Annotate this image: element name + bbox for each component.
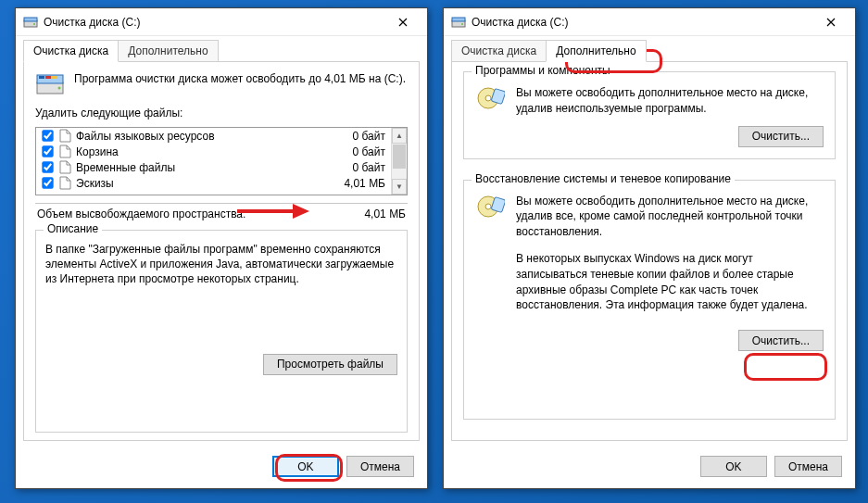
list-item[interactable]: Корзина0 байт [36, 144, 391, 159]
svg-rect-7 [45, 76, 51, 79]
close-button[interactable] [384, 9, 421, 35]
file-icon [59, 145, 71, 158]
cancel-button[interactable]: Отмена [774, 456, 842, 477]
restore-text-1: Вы можете освободить дополнительное мест… [516, 194, 824, 240]
window-title: Очистка диска (C:) [472, 16, 812, 29]
titlebar: Очистка диска (C:) [444, 8, 855, 36]
programs-icon [475, 85, 505, 111]
intro-text: Программа очистки диска может освободить… [74, 71, 406, 86]
file-icon [59, 160, 71, 174]
restore-legend: Восстановление системы и теневое копиров… [472, 172, 735, 185]
description-text: В папке "Загруженные файлы программ" вре… [45, 242, 397, 287]
file-name: Корзина [76, 145, 322, 158]
svg-point-2 [33, 23, 35, 25]
tab-advanced[interactable]: Дополнительно [546, 40, 646, 62]
drive-icon [23, 15, 38, 30]
file-checkbox[interactable] [42, 145, 53, 157]
tab-strip: Очистка диска Дополнительно [16, 36, 427, 61]
tab-cleanup[interactable]: Очистка диска [23, 40, 119, 62]
cancel-button[interactable]: Отмена [346, 456, 414, 477]
list-item[interactable]: Файлы языковых ресурсов0 байт [36, 128, 391, 144]
total-row: Объем высвобождаемого пространства: 4,01… [35, 203, 408, 222]
clean-restore-button[interactable]: Очистить... [738, 330, 824, 351]
svg-point-4 [58, 87, 61, 90]
scroll-down-icon[interactable]: ▼ [392, 179, 407, 195]
clean-programs-button[interactable]: Очистить... [738, 126, 824, 147]
file-size: 0 байт [322, 145, 387, 158]
description-legend: Описание [44, 222, 102, 235]
programs-text: Вы можете освободить дополнительное мест… [516, 85, 824, 117]
svg-rect-10 [452, 18, 465, 21]
tab-pane-cleanup: Программа очистки диска может освободить… [23, 61, 420, 441]
titlebar: Очистка диска (C:) [16, 8, 427, 36]
intro-row: Программа очистки диска может освободить… [35, 71, 408, 97]
restore-text-2: В некоторых выпусках Windows на диск мог… [516, 251, 824, 313]
svg-rect-1 [24, 18, 37, 21]
files-label: Удалить следующие файлы: [35, 107, 408, 119]
list-item[interactable]: Эскизы4,01 МБ [36, 175, 391, 191]
file-icon [59, 129, 71, 143]
file-icon [59, 176, 71, 190]
tab-advanced[interactable]: Дополнительно [118, 40, 218, 62]
programs-group: Программы и компоненты Вы можете освобод… [463, 71, 836, 159]
scroll-up-icon[interactable]: ▲ [392, 128, 407, 144]
file-checkbox[interactable] [42, 177, 53, 188]
tab-cleanup[interactable]: Очистка диска [451, 40, 547, 62]
scroll-thumb[interactable] [393, 145, 406, 169]
file-checkbox[interactable] [42, 161, 53, 172]
svg-rect-6 [39, 76, 44, 79]
drive-large-icon [35, 71, 65, 97]
ok-button[interactable]: OK [700, 456, 767, 477]
disk-cleanup-dialog-right: Очистка диска (C:) Очистка диска Дополни… [443, 7, 856, 489]
svg-point-11 [461, 23, 463, 25]
file-size: 4,01 МБ [322, 177, 387, 190]
list-item[interactable]: Временные файлы0 байт [36, 159, 391, 175]
ok-button[interactable]: OK [272, 456, 339, 477]
file-name: Файлы языковых ресурсов [76, 130, 322, 143]
file-name: Временные файлы [76, 161, 322, 174]
drive-icon [451, 15, 466, 30]
total-value: 4,01 МБ [364, 207, 406, 220]
file-name: Эскизы [76, 177, 322, 190]
svg-rect-8 [52, 76, 57, 79]
files-listbox[interactable]: Файлы языковых ресурсов0 байтКорзина0 ба… [35, 127, 408, 195]
svg-point-13 [485, 95, 491, 101]
tab-strip: Очистка диска Дополнительно [444, 36, 855, 61]
disk-cleanup-dialog-left: Очистка диска (C:) Очистка диска Дополни… [15, 7, 428, 489]
file-size: 0 байт [322, 130, 387, 143]
programs-legend: Программы и компоненты [472, 64, 614, 77]
close-button[interactable] [812, 9, 849, 35]
restore-icon [475, 194, 505, 220]
tab-pane-advanced: Программы и компоненты Вы можете освобод… [451, 61, 848, 441]
dialog-buttons: OK Отмена [444, 448, 855, 488]
file-checkbox[interactable] [42, 130, 53, 141]
total-label: Объем высвобождаемого пространства: [37, 207, 245, 220]
view-files-button[interactable]: Просмотреть файлы [263, 354, 397, 375]
scrollbar[interactable]: ▲ ▼ [391, 128, 407, 195]
restore-group: Восстановление системы и теневое копиров… [463, 180, 836, 420]
window-title: Очистка диска (C:) [44, 16, 384, 29]
description-group: Описание В папке "Загруженные файлы прог… [35, 230, 408, 433]
svg-point-16 [485, 204, 491, 209]
dialog-buttons: OK Отмена [16, 448, 427, 488]
file-size: 0 байт [322, 161, 387, 174]
